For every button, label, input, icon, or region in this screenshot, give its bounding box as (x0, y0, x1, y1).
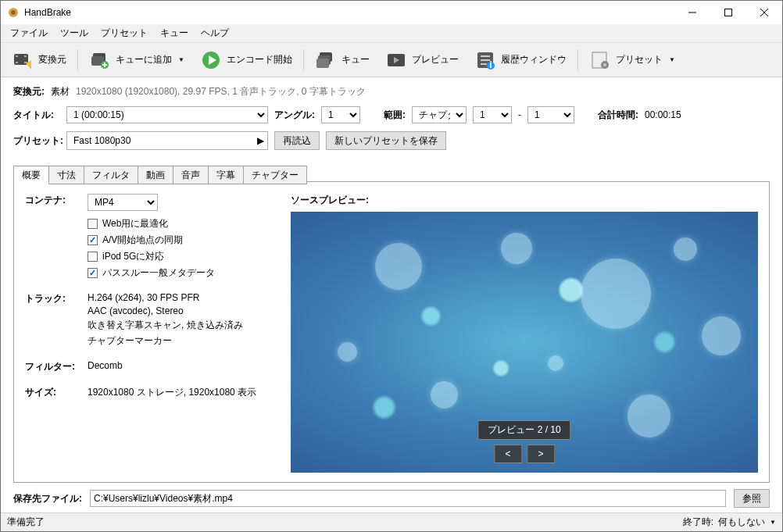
app-icon (7, 6, 20, 19)
preset-icon (589, 49, 611, 71)
separator (303, 49, 304, 71)
statusbar: 準備完了 終了時: 何もしない ▼ (1, 512, 782, 531)
tab-audio[interactable]: 音声 (173, 166, 209, 184)
title-row: タイトル: 1 (00:00:15) アングル: 1 範囲: チャプター 1 -… (13, 106, 770, 123)
source-row: 変換元: 素材 1920x1080 (1920x1080), 29.97 FPS… (13, 85, 770, 98)
dropdown-arrow-icon: ▼ (770, 519, 776, 526)
start-button[interactable]: エンコード開始 (194, 46, 299, 74)
tab-strip: 概要 寸法 フィルタ 動画 音声 字幕 チャプター (13, 166, 769, 184)
activity-icon: i (474, 49, 496, 71)
activity-label: 履歴ウィンドウ (501, 53, 567, 66)
size-label: サイズ: (25, 386, 88, 399)
window-title: HandBrake (24, 7, 674, 18)
chevron-right-icon: ▶ (257, 135, 264, 146)
passthru-checkbox[interactable] (88, 268, 98, 278)
reload-preset-button[interactable]: 再読込 (274, 131, 320, 150)
menu-help[interactable]: ヘルプ (195, 24, 235, 42)
track-subtitle: 吹き替え字幕スキャン, 焼き込み済み (88, 319, 243, 332)
preview-overlay: プレビュー 2 / 10 < > (477, 420, 570, 463)
finish-action-select[interactable]: 何もしない ▼ (718, 516, 776, 529)
range-label: 範囲: (384, 109, 406, 122)
filter-value: Decomb (88, 360, 123, 371)
source-label: 変換元 (38, 53, 66, 66)
track-audio: AAC (avcodec), Stereo (88, 305, 243, 316)
dropdown-arrow-icon: ▼ (669, 56, 675, 63)
add-queue-button[interactable]: キューに追加 ▼ (83, 46, 191, 74)
window-controls (674, 1, 782, 24)
play-icon (200, 49, 222, 71)
web-optimize-checkbox[interactable] (88, 219, 98, 229)
preview-prev-button[interactable]: < (494, 445, 522, 463)
av-sync-checkbox[interactable] (88, 235, 98, 245)
tab-summary[interactable]: 概要 (13, 166, 49, 184)
film-open-icon (12, 49, 34, 71)
save-preset-button[interactable]: 新しいプリセットを保存 (326, 131, 446, 150)
tab-chapter[interactable]: チャプター (243, 166, 307, 184)
add-queue-icon (89, 49, 111, 71)
svg-text:i: i (489, 59, 492, 70)
title-select[interactable]: 1 (00:00:15) (66, 106, 268, 123)
menu-queue[interactable]: キュー (154, 24, 195, 42)
av-sync-label: A/V開始地点の同期 (102, 234, 183, 247)
output-label: 保存先ファイル: (13, 492, 82, 505)
maximize-button[interactable] (710, 1, 746, 24)
angle-label: アングル: (274, 109, 315, 122)
source-preview-label: ソースプレビュー: (291, 194, 758, 207)
title-label: タイトル: (13, 109, 60, 122)
svg-point-1 (11, 10, 16, 15)
preset-row: プリセット: Fast 1080p30 ▶ 再読込 新しいプリセットを保存 (13, 131, 770, 150)
queue-button[interactable]: キュー (309, 46, 376, 74)
tab-dimensions[interactable]: 寸法 (48, 166, 84, 184)
preview-button[interactable]: プレビュー (379, 46, 465, 74)
output-path-input[interactable] (90, 490, 726, 507)
preview-next-button[interactable]: > (527, 445, 555, 463)
svg-point-31 (603, 63, 606, 66)
ipod-checkbox[interactable] (88, 252, 98, 262)
preset-button[interactable]: プリセット ▼ (583, 46, 681, 74)
preset-label: プリセット: (13, 134, 60, 148)
menu-tool[interactable]: ツール (54, 24, 95, 42)
source-preview-image[interactable]: プレビュー 2 / 10 < > (291, 212, 758, 473)
svg-rect-7 (16, 55, 18, 57)
summary-left: コンテナ: MP4 Web用に最適化 A/V開始地点の同期 iPod 5Gに対応… (25, 194, 275, 473)
web-optimize-label: Web用に最適化 (102, 217, 168, 230)
range-start-select[interactable]: 1 (473, 106, 512, 123)
browse-button[interactable]: 参照 (734, 489, 770, 508)
menu-file[interactable]: ファイル (4, 24, 54, 42)
tab-content: コンテナ: MP4 Web用に最適化 A/V開始地点の同期 iPod 5Gに対応… (14, 184, 769, 482)
preset-select[interactable]: Fast 1080p30 ▶ (66, 131, 268, 150)
queue-label: キュー (341, 53, 370, 66)
duration-label: 合計時間: (598, 109, 638, 122)
tab-filter[interactable]: フィルタ (84, 166, 138, 184)
tab-subtitle[interactable]: 字幕 (208, 166, 244, 184)
tab-video[interactable]: 動画 (138, 166, 173, 184)
source-button[interactable]: 変換元 (5, 46, 73, 74)
duration-value: 00:00:15 (645, 109, 681, 120)
range-end-select[interactable]: 1 (527, 106, 574, 123)
tabs-panel: 概要 寸法 フィルタ 動画 音声 字幕 チャプター コンテナ: MP4 Web用… (13, 181, 770, 483)
angle-select[interactable]: 1 (321, 106, 360, 123)
range-separator: - (518, 109, 521, 120)
source-info: 1920x1080 (1920x1080), 29.97 FPS, 1 音声トラ… (76, 85, 366, 98)
finish-label: 終了時: (683, 516, 713, 529)
menu-preset[interactable]: プリセット (95, 24, 154, 42)
container-label: コンテナ: (25, 194, 88, 207)
ipod-label: iPod 5Gに対応 (102, 250, 164, 263)
minimize-button[interactable] (674, 1, 710, 24)
preview-counter: プレビュー 2 / 10 (477, 420, 570, 440)
track-label: トラック: (25, 292, 88, 305)
track-chapter: チャプターマーカー (88, 334, 243, 348)
track-video: H.264 (x264), 30 FPS PFR (88, 292, 243, 303)
source-label: 変換元: (13, 85, 45, 98)
close-button[interactable] (746, 1, 782, 24)
preview-label: プレビュー (412, 53, 459, 66)
activity-button[interactable]: i 履歴ウィンドウ (468, 46, 573, 74)
svg-rect-9 (24, 55, 27, 57)
titlebar: HandBrake (1, 1, 782, 24)
toolbar: 変換元 キューに追加 ▼ エンコード開始 キュー プレビュー i 履歴ウィンドウ… (1, 43, 782, 77)
separator (77, 49, 78, 71)
range-type-select[interactable]: チャプター (412, 106, 467, 123)
container-select[interactable]: MP4 (88, 194, 158, 211)
preview-icon (385, 49, 407, 71)
add-queue-label: キューに追加 (116, 53, 172, 66)
